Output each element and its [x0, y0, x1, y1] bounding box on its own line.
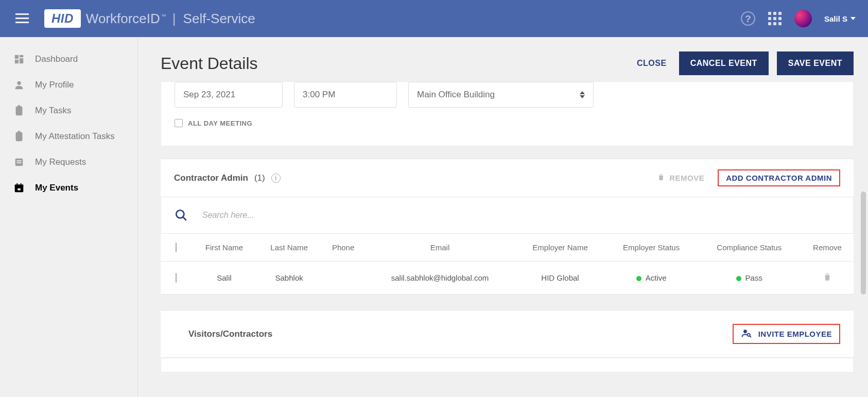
contractor-admin-header: Contractor Admin (1) i REMOVE ADD CONTRA…	[161, 159, 854, 197]
sidebar-item-label: My Profile	[35, 80, 74, 90]
person-search-icon	[741, 328, 752, 340]
sidebar-item-dashboard[interactable]: Dashboard	[0, 46, 137, 72]
dashboard-icon	[13, 54, 25, 65]
svg-rect-2	[15, 22, 29, 23]
svg-rect-7	[20, 58, 23, 63]
status-dot-icon	[736, 276, 741, 281]
sidebar-item-label: My Requests	[35, 157, 86, 167]
event-date-field[interactable]: Sep 23, 2021	[175, 82, 283, 108]
svg-point-18	[176, 210, 184, 218]
admin-table: First Name Last Name Phone Email Employe…	[161, 233, 854, 295]
page-header: Event Details CLOSE CANCEL EVENT SAVE EV…	[161, 37, 854, 78]
add-contractor-admin-button[interactable]: ADD CONTRACTOR ADMIN	[726, 174, 832, 182]
section-title: Contractor Admin	[174, 173, 248, 183]
sidebar-item-label: My Tasks	[35, 106, 72, 116]
row-checkbox[interactable]	[176, 273, 177, 283]
cell-first-name: Salil	[192, 262, 257, 295]
event-date-value: Sep 23, 2021	[183, 90, 235, 100]
all-day-checkbox[interactable]	[175, 119, 183, 127]
visitors-body	[161, 358, 854, 372]
sidebar-item-label: My Events	[35, 183, 78, 193]
search-icon	[175, 209, 188, 222]
remove-admin-button: REMOVE	[657, 172, 704, 183]
svg-rect-16	[21, 183, 22, 186]
sidebar-item-label: Dashboard	[35, 54, 78, 64]
clipboard-icon	[13, 131, 25, 142]
table-row: Salil Sabhlok salil.sabhlok@hidglobal.co…	[161, 262, 854, 295]
svg-line-19	[183, 217, 186, 220]
menu-toggle-button[interactable]	[12, 10, 32, 27]
sidebar-item-requests[interactable]: My Requests	[0, 149, 137, 175]
apps-icon[interactable]	[768, 11, 782, 26]
sidebar-item-events[interactable]: My Events	[0, 175, 137, 201]
event-location-value: Main Office Building	[417, 90, 495, 100]
col-remove: Remove	[801, 234, 854, 262]
col-first-name: First Name	[192, 234, 257, 262]
user-menu[interactable]: Salil S	[824, 14, 856, 23]
cell-compliance: Pass	[698, 262, 801, 295]
page-title: Event Details	[161, 54, 258, 73]
sidebar: Dashboard My Profile My Tasks My Attesta…	[0, 37, 138, 397]
select-arrows-icon	[580, 91, 585, 98]
cell-employer: HID Global	[515, 262, 605, 295]
visitors-title: Visitors/Contractors	[174, 329, 272, 339]
user-name: Salil S	[824, 14, 847, 23]
clipboard-icon	[13, 105, 25, 116]
svg-rect-0	[15, 13, 29, 15]
all-day-label: ALL DAY MEETING	[188, 119, 252, 127]
svg-point-9	[17, 81, 21, 85]
sidebar-item-profile[interactable]: My Profile	[0, 72, 137, 98]
svg-rect-12	[16, 162, 21, 163]
invite-employee-button[interactable]: INVITE EMPLOYEE	[741, 328, 832, 340]
brand-divider: |	[172, 11, 176, 27]
add-admin-highlight: ADD CONTRACTOR ADMIN	[718, 169, 840, 186]
cell-email: salil.sabhlok@hidglobal.com	[365, 262, 515, 295]
brand-name: WorkforceID™	[86, 11, 165, 27]
status-dot-icon	[636, 276, 641, 281]
svg-rect-17	[18, 188, 21, 191]
col-emp-status: Employer Status	[605, 234, 698, 262]
svg-rect-11	[16, 160, 21, 161]
admin-search-bar	[161, 197, 854, 233]
col-compliance: Compliance Status	[698, 234, 801, 262]
event-location-select[interactable]: Main Office Building	[408, 82, 594, 108]
content-area: Event Details CLOSE CANCEL EVENT SAVE EV…	[138, 37, 868, 397]
sidebar-item-attestation[interactable]: My Attestation Tasks	[0, 124, 137, 149]
admin-search-input[interactable]	[201, 210, 356, 220]
row-remove-button[interactable]	[823, 272, 832, 282]
svg-text:?: ?	[745, 13, 751, 24]
info-icon[interactable]: i	[271, 174, 281, 183]
save-event-button[interactable]: SAVE EVENT	[777, 51, 854, 75]
sidebar-item-tasks[interactable]: My Tasks	[0, 98, 137, 124]
avatar[interactable]	[794, 10, 812, 27]
svg-rect-14	[15, 185, 24, 187]
svg-rect-5	[15, 55, 19, 59]
col-email: Email	[365, 234, 515, 262]
scrollbar[interactable]	[861, 192, 866, 295]
app-name: Self-Service	[183, 11, 255, 27]
svg-rect-15	[16, 183, 18, 186]
select-all-checkbox[interactable]	[176, 243, 177, 252]
col-phone: Phone	[321, 234, 364, 262]
hid-logo: HID	[44, 9, 81, 28]
calendar-icon	[13, 182, 25, 194]
event-fields-card: Sep 23, 2021 3:00 PM Main Office Buildin…	[161, 81, 854, 146]
svg-line-22	[750, 336, 751, 337]
svg-rect-6	[20, 55, 23, 58]
col-employer: Employer Name	[515, 234, 605, 262]
help-icon[interactable]: ?	[741, 11, 755, 26]
profile-icon	[13, 79, 25, 91]
close-button[interactable]: CLOSE	[633, 53, 671, 74]
app-header: HID WorkforceID™ | Self-Service ? Salil …	[0, 0, 868, 37]
cell-last-name: Sabhlok	[257, 262, 322, 295]
cancel-event-button[interactable]: CANCEL EVENT	[679, 51, 769, 75]
cell-phone	[321, 262, 364, 295]
event-time-field[interactable]: 3:00 PM	[294, 82, 397, 108]
section-count: (1)	[254, 173, 265, 183]
invite-highlight: INVITE EMPLOYEE	[733, 324, 840, 344]
trash-icon	[657, 172, 665, 183]
event-time-value: 3:00 PM	[303, 90, 335, 100]
list-icon	[13, 157, 25, 168]
svg-point-20	[743, 330, 747, 333]
svg-rect-1	[15, 18, 29, 19]
